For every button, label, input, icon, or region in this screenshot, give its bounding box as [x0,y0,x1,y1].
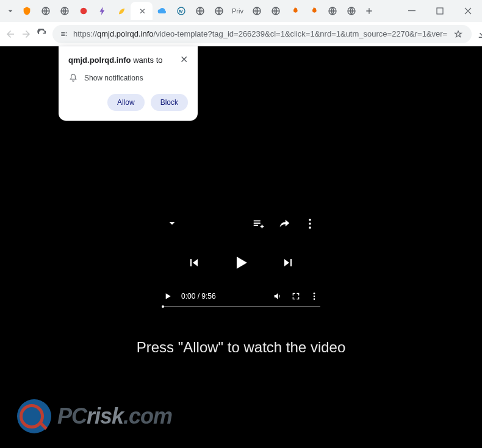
svg-point-12 [66,32,67,33]
browser-tab-15[interactable] [285,2,304,20]
player-top-row [162,217,320,230]
browser-tab-13[interactable] [247,2,266,20]
tab-search-dropdown[interactable] [4,2,17,20]
block-button[interactable]: Block [151,94,188,111]
site-settings-icon[interactable] [60,30,68,38]
arrow-right-icon [21,29,32,40]
bell-icon [68,73,78,83]
video-player: 0:00 / 9:56 [162,217,320,307]
browser-tab-8[interactable] [153,2,171,20]
watermark: PCrisk.com [17,399,172,433]
browser-tab-14[interactable] [266,2,285,20]
globe-icon [252,6,262,16]
maximize-button[interactable] [426,0,454,22]
close-icon [464,7,472,15]
svg-point-3 [178,7,185,15]
globe-icon [328,6,337,16]
svg-point-19 [309,219,311,221]
minimize-button[interactable] [398,0,426,22]
back-button[interactable] [5,26,16,43]
star-icon [454,30,462,38]
reload-icon [37,29,48,40]
browser-tab-active[interactable]: ✕ [131,2,153,20]
close-window-button[interactable] [454,0,482,22]
svg-point-22 [314,293,315,294]
notification-close-button[interactable]: ✕ [180,55,188,65]
progress-bar[interactable] [162,306,320,307]
skip-previous-icon[interactable] [187,255,201,270]
watermark-text: PCrisk.com [57,404,172,429]
volume-icon[interactable] [273,291,282,301]
browser-tab-6[interactable] [112,2,131,20]
address-bar[interactable]: https://qmjd.polrqd.info/video-template?… [52,25,472,43]
browser-tab-3[interactable] [55,2,74,20]
plus-icon [364,6,374,16]
window-titlebar: ✕ Priv [0,0,482,22]
globe-icon [214,6,224,16]
notification-permission-popup: qmjd.polrqd.info wants to ✕ Show notific… [59,46,198,121]
instruction-text: Press "Allow" to watch the video [0,339,482,356]
priv-label: Priv [232,7,243,15]
share-icon[interactable] [278,217,291,230]
skip-next-icon[interactable] [281,255,295,270]
play-small-icon[interactable] [163,291,173,301]
play-icon[interactable] [231,252,251,273]
browser-tab-5[interactable] [93,2,112,20]
forward-button[interactable] [21,26,32,43]
allow-button[interactable]: Allow [107,94,145,111]
svg-point-20 [309,222,311,225]
reload-button[interactable] [37,26,48,43]
kebab-icon[interactable] [303,217,317,230]
fire-icon [309,6,318,16]
svg-rect-11 [437,8,443,14]
browser-tab-18[interactable] [342,2,361,20]
browser-tab-4[interactable] [74,2,93,20]
browser-tab-1[interactable] [17,2,36,20]
url-path: /video-template?tag_id=266239&cl=1&click… [154,29,448,38]
cloud-icon [157,6,167,16]
browser-tab-11[interactable] [209,2,228,20]
watermark-logo-icon [17,399,51,433]
chevron-down-icon [5,6,15,16]
svg-point-13 [66,35,67,36]
svg-point-23 [314,296,315,297]
download-icon [477,29,482,40]
browser-tab-12[interactable]: Priv [228,2,247,20]
bookmark-button[interactable] [452,28,464,40]
leaf-icon [117,6,126,16]
notification-permission-label: Show notifications [84,74,143,82]
window-controls [398,0,482,22]
downloads-button[interactable] [477,26,482,43]
browser-tab-16[interactable] [304,2,323,20]
browser-tab-9[interactable] [171,2,190,20]
browser-toolbar: https://qmjd.polrqd.info/video-template?… [0,22,482,46]
record-icon [79,6,88,16]
globe-icon [271,6,281,16]
chevron-down-icon[interactable] [165,217,179,230]
svg-point-24 [314,298,315,300]
svg-point-2 [80,8,87,15]
new-tab-button[interactable] [361,2,378,20]
notification-permission-row: Show notifications [68,73,188,83]
url-scheme: https:// [73,29,97,38]
wordpress-icon [176,6,186,16]
browser-tab-2[interactable] [36,2,55,20]
close-icon[interactable]: ✕ [139,7,146,16]
shield-icon [22,6,32,16]
minimize-icon [408,7,415,15]
browser-tab-10[interactable] [190,2,209,20]
svg-rect-10 [408,10,415,11]
browser-tab-17[interactable] [323,2,342,20]
globe-icon [347,6,356,16]
globe-icon [41,6,51,16]
notification-title-row: qmjd.polrqd.info wants to ✕ [68,55,188,65]
arrow-left-icon [5,29,16,40]
svg-point-21 [309,227,311,229]
kebab-icon[interactable] [309,291,319,301]
time-display: 0:00 / 9:56 [181,292,216,300]
player-main-row [162,252,320,273]
fullscreen-icon[interactable] [291,291,301,301]
globe-icon [195,6,205,16]
playlist-add-icon[interactable] [252,217,265,230]
bolt-icon [98,6,107,16]
